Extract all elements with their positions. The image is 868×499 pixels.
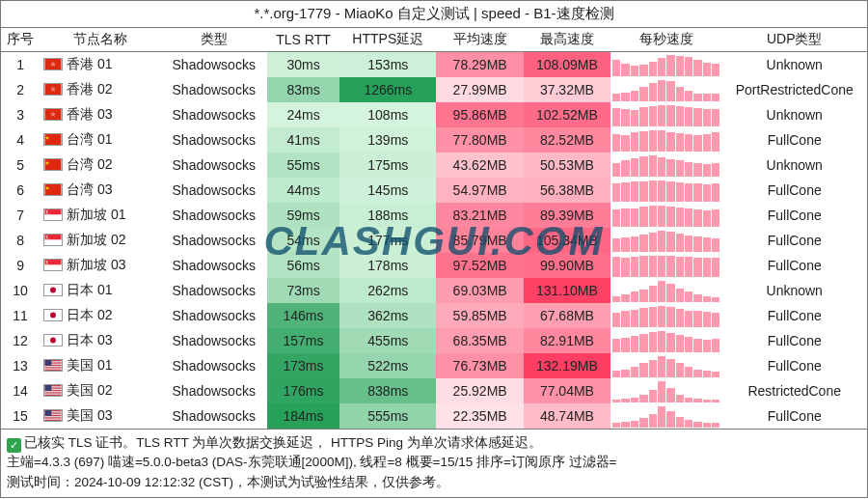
col-persec: 每秒速度 (610, 28, 721, 52)
cell-persec (610, 52, 721, 77)
cell-node: 美国 03 (40, 403, 160, 429)
cell-avg: 77.80MB (436, 127, 523, 152)
cell-idx: 9 (1, 253, 40, 278)
svg-rect-17 (45, 239, 62, 245)
flag-icon (43, 334, 63, 347)
cell-tls: 73ms (267, 278, 339, 303)
col-avg: 平均速度 (436, 28, 523, 52)
cell-type: Shadowsocks (161, 403, 267, 429)
cell-https: 555ms (339, 403, 436, 429)
report-footer: ✓已核实 TLS 证书。TLS RTT 为单次数据交换延迟， HTTPS Pin… (1, 429, 867, 498)
cell-udp: FullCone (721, 403, 867, 429)
flag-icon (43, 384, 63, 397)
cell-node: 台湾 03 (40, 178, 160, 203)
flag-icon (43, 183, 63, 196)
cell-max: 132.19MB (524, 353, 610, 378)
svg-point-23 (47, 260, 51, 263)
cell-tls: 30ms (267, 52, 339, 77)
cell-udp: Unknown (721, 52, 867, 77)
cell-avg: 76.73MB (436, 353, 523, 378)
cell-https: 362ms (339, 303, 436, 328)
cell-persec (610, 77, 721, 102)
cell-max: 99.90MB (524, 253, 610, 278)
cell-idx: 2 (1, 77, 40, 102)
cell-type: Shadowsocks (161, 353, 267, 378)
flag-icon (43, 133, 63, 146)
cell-https: 455ms (339, 328, 436, 353)
cell-avg: 59.85MB (436, 303, 523, 328)
cell-max: 48.74MB (524, 403, 610, 429)
cell-udp: RestrictedCone (721, 378, 867, 403)
cell-avg: 27.99MB (436, 77, 523, 102)
cell-tls: 173ms (267, 353, 339, 378)
cell-node: 美国 02 (40, 378, 160, 403)
flag-icon (43, 234, 63, 246)
svg-rect-45 (45, 385, 52, 391)
table-row: 3香港 03Shadowsocks24ms108ms95.86MB102.52M… (1, 102, 867, 127)
svg-point-5 (53, 114, 54, 115)
cell-persec (610, 178, 721, 203)
cell-avg: 25.92MB (436, 378, 523, 403)
svg-rect-34 (45, 365, 62, 366)
svg-point-29 (50, 337, 56, 343)
table-row: 8新加坡 02Shadowsocks54ms177ms85.79MB105.34… (1, 228, 867, 253)
table-row: 5台湾 02Shadowsocks55ms175ms43.62MB50.53MB… (1, 152, 867, 178)
cell-tls: 59ms (267, 203, 339, 228)
cell-udp: FullCone (721, 353, 867, 378)
cell-avg: 69.03MB (436, 278, 523, 303)
flag-icon (43, 284, 63, 296)
cell-persec (610, 253, 721, 278)
cell-tls: 83ms (267, 77, 339, 102)
table-row: 10日本 01Shadowsocks73ms262ms69.03MB131.10… (1, 278, 867, 303)
svg-rect-10 (45, 184, 62, 195)
table-row: 4台湾 01Shadowsocks41ms139ms77.80MB82.52MB… (1, 127, 867, 152)
cell-max: 50.53MB (524, 152, 610, 178)
table-row: 15美国 03Shadowsocks184ms555ms22.35MB48.74… (1, 403, 867, 429)
cell-type: Shadowsocks (161, 278, 267, 303)
cell-udp: PortRestrictedCone (721, 77, 867, 102)
cell-max: 131.10MB (524, 278, 610, 303)
flag-icon (43, 158, 63, 171)
svg-rect-52 (45, 419, 62, 420)
cell-idx: 14 (1, 378, 40, 403)
cell-tls: 176ms (267, 378, 339, 403)
cell-max: 77.04MB (524, 378, 610, 403)
cell-persec (610, 228, 721, 253)
cell-avg: 43.62MB (436, 152, 523, 178)
cell-max: 102.52MB (524, 102, 610, 127)
svg-rect-35 (45, 367, 62, 368)
svg-point-3 (53, 89, 54, 90)
cell-persec (610, 328, 721, 353)
cell-https: 108ms (339, 102, 436, 127)
svg-rect-43 (45, 392, 62, 393)
cell-udp: FullCone (721, 228, 867, 253)
col-node: 节点名称 (40, 28, 160, 52)
cell-idx: 4 (1, 127, 40, 152)
cell-type: Shadowsocks (161, 228, 267, 253)
col-idx: 序号 (1, 28, 40, 52)
cell-idx: 7 (1, 203, 40, 228)
cell-type: Shadowsocks (161, 378, 267, 403)
cell-udp: Unknown (721, 102, 867, 127)
cell-avg: 83.21MB (436, 203, 523, 228)
cell-node: 香港 02 (40, 77, 160, 102)
cell-idx: 5 (1, 152, 40, 178)
cell-udp: FullCone (721, 253, 867, 278)
col-type: 类型 (161, 28, 267, 52)
svg-rect-42 (45, 390, 62, 391)
cell-https: 153ms (339, 52, 436, 77)
cell-tls: 55ms (267, 152, 339, 178)
footer-line2: 主端=4.3.3 (697) 喵速=5.0.0-beta3 (DAS-东莞联通[… (7, 453, 861, 473)
cell-max: 89.39MB (524, 203, 610, 228)
cell-avg: 54.97MB (436, 178, 523, 203)
cell-udp: FullCone (721, 328, 867, 353)
cell-idx: 10 (1, 278, 40, 303)
table-row: 1香港 01Shadowsocks30ms153ms78.29MB108.09M… (1, 52, 867, 77)
cell-node: 新加坡 01 (40, 203, 160, 228)
cell-idx: 1 (1, 52, 40, 77)
cell-https: 1266ms (339, 77, 436, 102)
cell-avg: 97.52MB (436, 253, 523, 278)
cell-avg: 85.79MB (436, 228, 523, 253)
col-udp: UDP类型 (721, 28, 867, 52)
cell-type: Shadowsocks (161, 127, 267, 152)
